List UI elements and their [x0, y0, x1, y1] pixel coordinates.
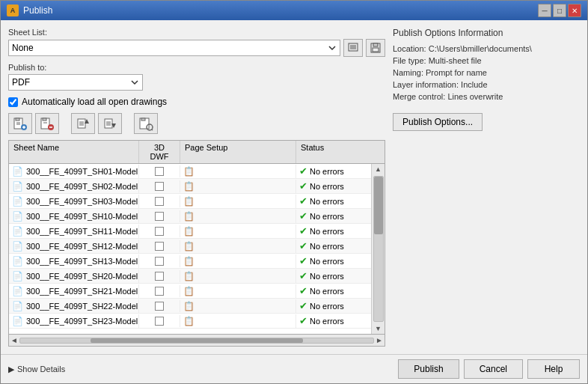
title-bar-left: A Publish	[7, 4, 52, 16]
cell-sheet-name: 📄 300__FE_4099T_SH11-Model	[9, 225, 139, 238]
h-scroll-left-arrow[interactable]: ◄	[10, 336, 18, 344]
3d-dwf-checkbox[interactable]	[155, 197, 164, 206]
status-text: No errors	[310, 287, 344, 296]
3d-dwf-checkbox[interactable]	[155, 227, 164, 236]
cell-3d-dwf[interactable]	[139, 225, 180, 237]
status-check-icon: ✔	[299, 255, 307, 266]
3d-dwf-checkbox[interactable]	[155, 212, 164, 221]
table-row[interactable]: 📄 300__FE_4099T_SH01-Model 📋 ✔ No errors	[9, 164, 371, 179]
minimize-button[interactable]: ─	[538, 4, 551, 17]
preview-button[interactable]	[134, 113, 158, 134]
sheet-list-row: None	[8, 39, 385, 57]
table-header: Sheet Name 3D DWF Page Setup Status	[9, 141, 385, 164]
cell-3d-dwf[interactable]	[139, 165, 180, 177]
table-row[interactable]: 📄 300__FE_4099T_SH03-Model 📋 ✔ No errors	[9, 194, 371, 209]
svg-rect-8	[16, 118, 19, 121]
help-button[interactable]: Help	[527, 359, 580, 379]
cell-page-setup: 📋	[180, 299, 296, 313]
table-row[interactable]: 📄 300__FE_4099T_SH02-Model 📋 ✔ No errors	[9, 179, 371, 194]
cell-3d-dwf[interactable]	[139, 180, 180, 192]
table-row[interactable]: 📄 300__FE_4099T_SH20-Model 📋 ✔ No errors	[9, 269, 371, 284]
table-row[interactable]: 📄 300__FE_4099T_SH21-Model 📋 ✔ No errors	[9, 284, 371, 299]
cell-page-setup: 📋	[180, 284, 296, 298]
table-row[interactable]: 📄 300__FE_4099T_SH11-Model 📋 ✔ No errors	[9, 224, 371, 239]
table-row[interactable]: 📄 300__FE_4099T_SH22-Model 📋 ✔ No errors	[9, 299, 371, 314]
merge-value: Lines overwrite	[447, 92, 503, 101]
filetype-label: File type:	[393, 56, 426, 65]
filetype-value: Multi-sheet file	[429, 56, 482, 65]
load-sheet-list-button[interactable]	[343, 39, 363, 57]
h-scroll-track[interactable]	[19, 338, 374, 344]
vertical-scrollbar[interactable]: ▲ ▼	[371, 164, 385, 334]
cell-sheet-name: 📄 300__FE_4099T_SH23-Model	[9, 314, 139, 328]
cell-3d-dwf[interactable]	[139, 195, 180, 207]
page-setup-icon: 📋	[183, 226, 195, 237]
publish-options-button[interactable]: Publish Options...	[393, 113, 483, 131]
show-details-toggle[interactable]: ▶ Show Details	[8, 365, 65, 374]
cell-sheet-name: 📄 300__FE_4099T_SH13-Model	[9, 255, 139, 268]
close-button[interactable]: ✕	[568, 4, 581, 17]
cell-3d-dwf[interactable]	[139, 300, 180, 312]
horizontal-scrollbar[interactable]: ◄ ►	[9, 334, 385, 346]
cell-3d-dwf[interactable]	[139, 285, 180, 297]
sheet-name-text: 300__FE_4099T_SH21-Model	[26, 287, 138, 296]
3d-dwf-checkbox[interactable]	[155, 182, 164, 191]
scroll-down-arrow[interactable]: ▼	[373, 323, 383, 334]
scroll-track[interactable]	[373, 176, 384, 322]
svg-rect-5	[373, 43, 378, 46]
sheet-name-text: 300__FE_4099T_SH12-Model	[26, 242, 138, 251]
dialog-body: Sheet List: None Publish to:	[1, 20, 587, 354]
auto-load-checkbox[interactable]	[8, 97, 18, 107]
table-row[interactable]: 📄 300__FE_4099T_SH12-Model 📋 ✔ No errors	[9, 239, 371, 254]
status-check-icon: ✔	[299, 210, 307, 222]
status-text: No errors	[310, 272, 344, 281]
3d-dwf-checkbox[interactable]	[155, 167, 164, 176]
maximize-button[interactable]: □	[553, 4, 566, 17]
show-details-label: Show Details	[17, 365, 65, 374]
cell-3d-dwf[interactable]	[139, 210, 180, 222]
table-row[interactable]: 📄 300__FE_4099T_SH10-Model 📋 ✔ No errors	[9, 209, 371, 224]
3d-dwf-checkbox[interactable]	[155, 287, 164, 296]
scroll-thumb[interactable]	[374, 177, 383, 234]
sheet-table-body[interactable]: 📄 300__FE_4099T_SH01-Model 📋 ✔ No errors…	[9, 164, 371, 334]
status-text: No errors	[310, 167, 344, 176]
save-sheet-list-button[interactable]	[366, 39, 385, 57]
cell-3d-dwf[interactable]	[139, 255, 180, 267]
sheet-list-group: Sheet List: None	[8, 28, 385, 57]
publish-to-select[interactable]: PDF	[8, 74, 143, 91]
status-text: No errors	[310, 227, 344, 236]
scroll-up-arrow[interactable]: ▲	[373, 164, 383, 174]
cell-sheet-name: 📄 300__FE_4099T_SH02-Model	[9, 180, 139, 193]
col-header-setup: Page Setup	[180, 141, 296, 163]
3d-dwf-checkbox[interactable]	[155, 242, 164, 251]
col-scrollpad	[371, 141, 385, 163]
cell-sheet-name: 📄 300__FE_4099T_SH12-Model	[9, 240, 139, 253]
publish-button[interactable]: Publish	[398, 359, 459, 379]
publish-to-label: Publish to:	[8, 63, 385, 72]
publish-to-group: Publish to: PDF	[8, 63, 385, 91]
move-down-button[interactable]	[98, 113, 122, 134]
3d-dwf-checkbox[interactable]	[155, 302, 164, 311]
h-scroll-right-arrow[interactable]: ►	[376, 336, 383, 344]
publish-info-title: Publish Options Information	[393, 28, 580, 38]
3d-dwf-checkbox[interactable]	[155, 272, 164, 281]
move-up-button[interactable]	[71, 113, 95, 134]
cell-3d-dwf[interactable]	[139, 240, 180, 252]
table-row[interactable]: 📄 300__FE_4099T_SH23-Model 📋 ✔ No errors	[9, 314, 371, 329]
cell-sheet-name: 📄 300__FE_4099T_SH21-Model	[9, 284, 139, 298]
3d-dwf-checkbox[interactable]	[155, 257, 164, 266]
cell-3d-dwf[interactable]	[139, 315, 180, 327]
status-check-icon: ✔	[299, 315, 307, 326]
table-row[interactable]: 📄 300__FE_4099T_SH13-Model 📋 ✔ No errors	[9, 254, 371, 269]
cell-3d-dwf[interactable]	[139, 270, 180, 282]
sheet-list-select[interactable]: None	[8, 40, 340, 56]
sheet-list-label: Sheet List:	[8, 28, 385, 37]
remove-sheets-button[interactable]	[35, 113, 59, 134]
3d-dwf-checkbox[interactable]	[155, 317, 164, 326]
auto-load-row: Automatically load all open drawings	[8, 97, 385, 107]
cell-page-setup: 📋	[180, 210, 296, 223]
add-sheets-button[interactable]	[8, 113, 32, 134]
status-check-icon: ✔	[299, 285, 307, 296]
cell-page-setup: 📋	[180, 269, 296, 283]
cancel-button[interactable]: Cancel	[464, 359, 523, 379]
